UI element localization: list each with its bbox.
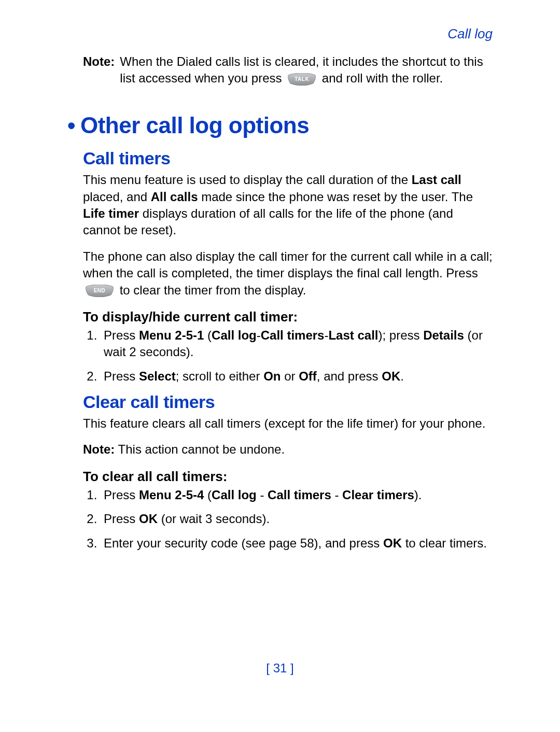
list-item: Press Select; scroll to either On or Off… xyxy=(101,368,493,385)
bold: Life timer xyxy=(83,206,139,220)
bracket-left: [ xyxy=(266,661,273,675)
text: Press xyxy=(104,512,139,526)
para-call-timers-1: This menu feature is used to display the… xyxy=(83,172,493,239)
note-text: This action cannot be undone. xyxy=(118,442,285,456)
note-label: Note: xyxy=(83,53,120,87)
bold: Menu 2-5-1 xyxy=(139,328,204,342)
note-cannot-undo: Note: This action cannot be undone. xyxy=(83,441,493,458)
para-clear-timers: This feature clears all call timers (exc… xyxy=(83,415,493,432)
text: ); press xyxy=(378,328,423,342)
text: placed, and xyxy=(83,190,151,204)
text: ( xyxy=(204,488,212,502)
text: , and press xyxy=(317,369,382,383)
text: Press xyxy=(104,328,139,342)
text: ). xyxy=(414,488,422,502)
end-key-icon: END xyxy=(85,285,114,297)
bold: Last call xyxy=(412,173,461,187)
bold: OK xyxy=(383,536,402,550)
steps-display-hide-timer: Press Menu 2-5-1 (Call log-Call timers-L… xyxy=(83,327,493,385)
running-header: Call log xyxy=(67,26,493,42)
text: - xyxy=(331,488,342,502)
page-number: [ 31 ] xyxy=(0,661,560,675)
bold: On xyxy=(263,369,281,383)
text: displays duration of all calls for the l… xyxy=(83,206,453,237)
heading-clear-call-timers: Clear call timers xyxy=(83,392,493,412)
text: Press xyxy=(104,488,139,502)
steps-clear-all-timers: Press Menu 2-5-4 (Call log - Call timers… xyxy=(83,487,493,552)
bold: OK xyxy=(382,369,400,383)
list-item: Press Menu 2-5-4 (Call log - Call timers… xyxy=(101,487,493,503)
h1-text: Other call log options xyxy=(80,112,309,138)
text: made since the phone was reset by the us… xyxy=(198,190,473,204)
text: The phone can also display the call time… xyxy=(83,249,493,280)
bold: Menu 2-5-4 xyxy=(139,488,204,502)
text: Press xyxy=(104,369,139,383)
text: (or wait 3 seconds). xyxy=(158,512,270,526)
text: ( xyxy=(204,328,212,342)
bold: OK xyxy=(139,512,158,526)
heading-display-hide-timer: To display/hide current call timer: xyxy=(83,309,493,325)
bold: Clear timers xyxy=(342,488,414,502)
text: - xyxy=(257,488,268,502)
text: to clear the timer from the display. xyxy=(120,283,306,297)
bold: Call timers xyxy=(261,328,325,342)
talk-key-label: TALK xyxy=(287,73,316,86)
note-label: Note: xyxy=(83,442,115,456)
bold: Call timers xyxy=(268,488,331,502)
para-call-timers-2: The phone can also display the call time… xyxy=(83,248,493,299)
bold: All calls xyxy=(151,190,198,204)
heading-call-timers: Call timers xyxy=(83,148,493,168)
heading-clear-all-timers: To clear all call timers: xyxy=(83,469,493,485)
text: - xyxy=(257,328,261,342)
list-item: Enter your security code (see page 58), … xyxy=(101,535,493,552)
bold: Call log xyxy=(212,328,257,342)
list-item: Press Menu 2-5-1 (Call log-Call timers-L… xyxy=(101,327,493,361)
bracket-right: ] xyxy=(287,661,293,675)
bold: Last call xyxy=(328,328,378,342)
page-number-value: 31 xyxy=(273,661,287,675)
note-body: When the Dialed calls list is cleared, i… xyxy=(120,53,493,87)
text: Enter your security code (see page 58), … xyxy=(104,536,383,550)
text: ; scroll to either xyxy=(176,369,263,383)
bold: Off xyxy=(299,369,317,383)
text: to clear timers. xyxy=(402,536,487,550)
list-item: Press OK (or wait 3 seconds). xyxy=(101,511,493,527)
text: This menu feature is used to display the… xyxy=(83,173,412,187)
note-text-after: and roll with the roller. xyxy=(322,71,443,85)
text: . xyxy=(400,369,404,383)
bullet-icon: • xyxy=(67,112,80,138)
heading-other-call-log-options: •Other call log options xyxy=(67,113,493,138)
bold: Call log xyxy=(212,488,257,502)
bold: Select xyxy=(139,369,176,383)
end-key-label: END xyxy=(85,285,114,297)
page-content: Call log Note: When the Dialed calls lis… xyxy=(67,26,493,559)
note-dialed-calls: Note: When the Dialed calls list is clea… xyxy=(83,53,493,87)
bold: Details xyxy=(423,328,464,342)
text: or xyxy=(281,369,299,383)
talk-key-icon: TALK xyxy=(287,73,316,86)
